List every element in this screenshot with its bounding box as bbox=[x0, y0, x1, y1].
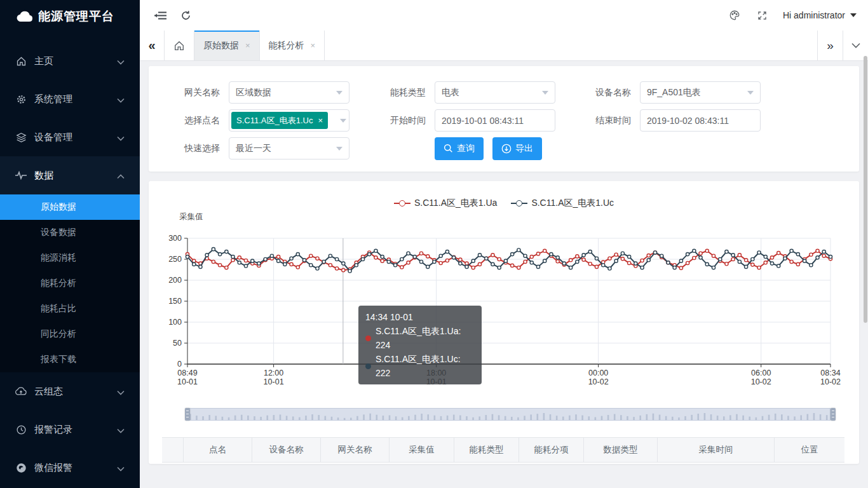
sidebar-item-home[interactable]: 主页 bbox=[0, 42, 140, 80]
sidebar-item-label: 主页 bbox=[34, 55, 117, 67]
submenu-item-yoy-analysis[interactable]: 同比分析 bbox=[0, 322, 140, 347]
submenu-item-device-data[interactable]: 设备数据 bbox=[0, 220, 140, 245]
legend-item-ua[interactable]: S.C11.A区_电表1.Ua bbox=[394, 198, 497, 209]
point-label: 选择点名 bbox=[161, 115, 220, 126]
sidebar-item-system[interactable]: 系统管理 bbox=[0, 80, 140, 118]
theme-palette-icon[interactable] bbox=[721, 0, 749, 30]
tab-label: 能耗分析 bbox=[269, 40, 304, 51]
tabs-scroll-right-icon[interactable]: » bbox=[817, 30, 843, 60]
select-caret-icon bbox=[340, 119, 346, 123]
svg-text:08:49: 08:49 bbox=[177, 369, 197, 377]
legend-label: S.C11.A区_电表1.Uc bbox=[531, 198, 614, 209]
datazoom-left-handle[interactable] bbox=[185, 408, 190, 421]
datazoom-slider[interactable] bbox=[187, 408, 833, 421]
tab-energy-analysis[interactable]: 能耗分析 × bbox=[260, 30, 325, 60]
energy-type-select[interactable]: 电表 bbox=[435, 81, 555, 104]
sidebar-item-wechat-alarm[interactable]: 微信报警 bbox=[0, 449, 140, 487]
line-chart[interactable]: 05010015020025030008:4910-0112:0010-0118… bbox=[161, 226, 854, 400]
page-scrollbar-thumb[interactable] bbox=[864, 56, 867, 323]
submenu-item-label: 能源消耗 bbox=[41, 252, 76, 264]
chevron-down-icon bbox=[117, 424, 125, 435]
table-header-cell: 位置 bbox=[775, 438, 844, 462]
legend-item-uc[interactable]: S.C11.A区_电表1.Uc bbox=[511, 198, 614, 209]
sidebar-item-label: 数据 bbox=[34, 170, 117, 182]
sidebar-item-devices[interactable]: 设备管理 bbox=[0, 118, 140, 156]
submenu-item-label: 原始数据 bbox=[41, 201, 76, 213]
submenu-item-energy-ratio[interactable]: 能耗占比 bbox=[0, 296, 140, 322]
sidebar-item-cloud-scada[interactable]: 云组态 bbox=[0, 372, 140, 410]
tag-close-icon[interactable]: × bbox=[318, 116, 323, 125]
gateway-value: 区域数据 bbox=[236, 87, 332, 98]
legend-label: S.C11.A区_电表1.Ua bbox=[414, 198, 497, 209]
table-header-cell: 采集时间 bbox=[658, 438, 775, 462]
point-multiselect[interactable]: S.C11.A区_电表1.Uc × bbox=[229, 109, 349, 132]
data-submenu: 原始数据 设备数据 能源消耗 能耗分析 能耗占比 同比分析 报表下载 bbox=[0, 194, 140, 372]
energy-type-label: 能耗类型 bbox=[367, 87, 426, 98]
end-time-input[interactable]: 2019-10-02 08:43:11 bbox=[640, 109, 761, 132]
home-icon bbox=[173, 40, 185, 51]
wechat-icon bbox=[15, 462, 27, 473]
cloud-upload-icon bbox=[15, 386, 27, 397]
datazoom-right-handle[interactable] bbox=[831, 408, 836, 421]
tabs-scroll-left-icon[interactable]: « bbox=[140, 30, 164, 60]
table-header-cell: 能耗分项 bbox=[519, 438, 584, 462]
svg-text:10-02: 10-02 bbox=[820, 377, 841, 386]
export-button[interactable]: 导出 bbox=[492, 137, 542, 160]
svg-text:200: 200 bbox=[168, 276, 182, 285]
query-button-label: 查询 bbox=[457, 143, 475, 154]
svg-text:10-01: 10-01 bbox=[426, 377, 447, 386]
svg-text:10-02: 10-02 bbox=[751, 377, 771, 386]
energy-type-value: 电表 bbox=[442, 87, 538, 98]
submenu-item-label: 能耗分析 bbox=[41, 278, 76, 289]
end-time-label: 结束时间 bbox=[573, 115, 631, 126]
submenu-item-raw-data[interactable]: 原始数据 bbox=[0, 194, 140, 220]
sidebar-item-label: 微信报警 bbox=[34, 462, 117, 474]
selected-point-tag: S.C11.A区_电表1.Uc × bbox=[231, 112, 328, 129]
user-menu[interactable]: Hi administrator bbox=[783, 10, 857, 20]
start-time-value: 2019-10-01 08:43:11 bbox=[442, 116, 548, 126]
tab-close-icon[interactable]: × bbox=[311, 41, 316, 50]
sidebar-item-label: 系统管理 bbox=[34, 93, 117, 105]
start-time-input[interactable]: 2019-10-01 08:43:11 bbox=[435, 109, 555, 132]
quick-select[interactable]: 最近一天 bbox=[229, 137, 349, 159]
quick-select-value: 最近一天 bbox=[236, 143, 332, 154]
topbar-right: Hi administrator bbox=[721, 0, 868, 30]
search-icon bbox=[444, 144, 453, 153]
table-header-cell: 设备名称 bbox=[252, 438, 321, 462]
data-table-header: 点名 设备名称 网关名称 采集值 能耗类型 能耗分项 数据类型 采集时间 位置 bbox=[162, 437, 844, 463]
end-time-value: 2019-10-02 08:43:11 bbox=[647, 116, 754, 126]
device-select[interactable]: 9F_A501电表 bbox=[640, 81, 761, 104]
tab-label: 原始数据 bbox=[203, 40, 239, 51]
layers-icon bbox=[15, 132, 27, 143]
legend-line-icon bbox=[394, 203, 410, 204]
select-caret-icon bbox=[747, 91, 754, 95]
submenu-item-energy-consumption[interactable]: 能源消耗 bbox=[0, 245, 140, 271]
clock-icon bbox=[15, 424, 27, 435]
refresh-icon[interactable] bbox=[173, 0, 198, 30]
datazoom-shadow bbox=[187, 408, 831, 421]
sidebar: 能源管理平台 主页 系统管理 bbox=[0, 0, 140, 488]
download-icon bbox=[501, 144, 512, 154]
submenu-item-energy-analysis[interactable]: 能耗分析 bbox=[0, 271, 140, 296]
fullscreen-icon[interactable] bbox=[749, 0, 776, 30]
chart-legend: S.C11.A区_电表1.Ua S.C11.A区_电表1.Uc bbox=[149, 198, 859, 209]
table-header-cell: 点名 bbox=[184, 438, 252, 462]
pulse-icon bbox=[15, 170, 27, 181]
sidebar-item-alarm-records[interactable]: 报警记录 bbox=[0, 410, 140, 449]
tab-close-icon[interactable]: × bbox=[245, 41, 250, 50]
submenu-item-report-download[interactable]: 报表下载 bbox=[0, 347, 140, 372]
sidebar-item-data[interactable]: 数据 bbox=[0, 156, 140, 194]
legend-circle-icon bbox=[399, 200, 405, 207]
query-button[interactable]: 查询 bbox=[435, 137, 484, 160]
gateway-select[interactable]: 区域数据 bbox=[229, 81, 349, 104]
filter-row-3: 快速选择 最近一天 查询 导出 bbox=[149, 137, 859, 159]
submenu-item-label: 能耗占比 bbox=[41, 303, 76, 315]
export-button-label: 导出 bbox=[515, 143, 533, 154]
device-label: 设备名称 bbox=[573, 87, 631, 98]
menu-fold-icon[interactable] bbox=[147, 0, 173, 30]
chart-panel: S.C11.A区_电表1.Ua S.C11.A区_电表1.Uc 采集值 0501… bbox=[149, 181, 859, 464]
home-tab[interactable] bbox=[164, 30, 194, 60]
submenu-item-label: 同比分析 bbox=[41, 329, 76, 340]
app-title: 能源管理平台 bbox=[38, 8, 114, 25]
tab-raw-data[interactable]: 原始数据 × bbox=[194, 30, 260, 60]
